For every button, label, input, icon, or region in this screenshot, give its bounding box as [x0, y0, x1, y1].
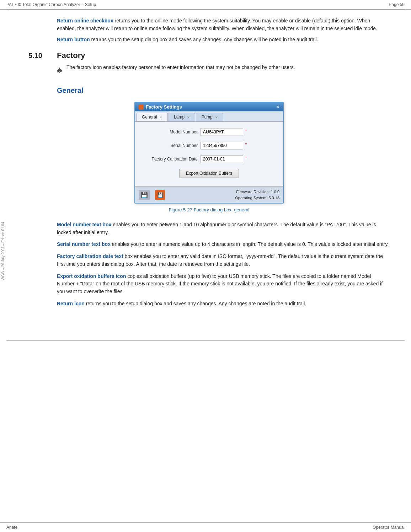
tab-lamp-label: Lamp: [174, 115, 185, 120]
return-icon-text: returns you to the setup dialog box and …: [86, 301, 306, 306]
factory-person-icon: ♠: [57, 64, 62, 76]
serial-number-asterisk: *: [245, 142, 247, 147]
footer-left: Anatel: [6, 525, 18, 530]
section-510-title: Factory: [57, 51, 85, 60]
calibration-date-wrapper: *: [201, 155, 243, 163]
vertical-side-text: WGW – 26 July 2007 – Edition 01.04: [1, 222, 5, 280]
calibration-date-row: Factory Calibration Date *: [141, 155, 277, 163]
body-paragraph-calibration-date: Factory calibration date text box enable…: [57, 253, 390, 268]
model-number-input[interactable]: [201, 128, 243, 136]
dialog-body: Model Number * Serial Number * F: [135, 122, 283, 186]
body-paragraph-return-icon: Return icon returns you to the setup dia…: [57, 300, 390, 308]
header-left: PAT700 Total Organic Carbon Analyzer – S…: [6, 2, 96, 7]
factory-description-row: ♠ The factory icon enables factory perso…: [57, 64, 390, 76]
return-button-label: Return button: [57, 37, 90, 42]
section-510-heading: 5.10 Factory: [28, 51, 390, 60]
model-number-row: Model Number *: [141, 128, 277, 136]
dialog-title: Factory Settings: [146, 104, 182, 110]
intro-paragraph-2: Return button returns you to the setup d…: [57, 36, 390, 44]
export-buffers-label: Export oxidation buffers icon: [57, 273, 126, 279]
body-paragraph-model-number: Model number text box enables you to ent…: [57, 221, 390, 236]
serial-number-input[interactable]: [201, 142, 243, 149]
dialog-close-x[interactable]: ✕: [276, 105, 279, 110]
tab-lamp-close: ✕: [187, 116, 190, 119]
dialog-footer: 💾 💾 Firmware Revision: 1.0.0 Operating S…: [135, 186, 283, 203]
serial-number-label: Serial Number: [141, 143, 198, 148]
tab-pump[interactable]: Pump ✕: [196, 113, 223, 121]
calibration-date-label: Factory Calibration Date: [141, 157, 198, 162]
body-paragraph-serial-number: Serial number text box enables you to en…: [57, 241, 390, 248]
export-icon[interactable]: 💾: [155, 190, 165, 200]
subsection-general-title: General: [57, 86, 390, 95]
export-button-row: Export Oxidation Buffers: [141, 169, 277, 178]
return-icon[interactable]: 💾: [139, 190, 150, 200]
intro-paragraph-1: Return online checkbox returns you to th…: [57, 17, 390, 32]
factory-description-text: The factory icon enables factory personn…: [66, 64, 295, 72]
footer-firmware-info: Firmware Revision: 1.0.0 Operating Syste…: [235, 189, 279, 201]
model-number-asterisk: *: [245, 129, 247, 133]
tab-pump-close: ✕: [215, 116, 218, 119]
dialog-titlebar-icon: [139, 105, 144, 110]
tab-pump-label: Pump: [201, 115, 212, 120]
tab-general-close: ✕: [160, 116, 162, 119]
page-footer: Anatel Operator Manual: [0, 522, 411, 532]
model-number-wrapper: *: [201, 128, 243, 136]
calibration-date-asterisk: *: [245, 156, 247, 160]
figure-caption: Figure 5-27 Factory dialog box, general: [28, 207, 390, 212]
tab-general[interactable]: General ✕: [137, 113, 168, 121]
return-online-checkbox-label: Return online checkbox: [57, 18, 113, 23]
tab-general-label: General: [142, 115, 157, 120]
serial-number-wrapper: *: [201, 142, 243, 149]
header-right: Page 59: [389, 2, 405, 7]
return-button-text: returns you to the setup dialog box and …: [90, 37, 318, 42]
body-paragraph-export-buffers: Export oxidation buffers icon copies all…: [57, 273, 390, 296]
factory-settings-dialog: Factory Settings ✕ General ✕ Lamp ✕ Pump…: [134, 102, 284, 204]
section-510-number: 5.10: [28, 52, 57, 60]
model-number-text-box-label: Model number text box: [57, 222, 111, 227]
calibration-date-input[interactable]: [201, 155, 243, 163]
export-oxidation-buffers-button[interactable]: Export Oxidation Buffers: [179, 169, 239, 178]
footer-right: Operator Manual: [373, 525, 405, 530]
serial-number-text-box-text: enables you to enter a numeric value up …: [112, 241, 389, 247]
operating-system: Operating System: 5.0.18: [235, 195, 279, 201]
model-number-label: Model Number: [141, 130, 198, 135]
dialog-titlebar: Factory Settings ✕: [135, 102, 283, 111]
tab-lamp[interactable]: Lamp ✕: [169, 113, 195, 121]
return-icon-label: Return icon: [57, 301, 85, 306]
dialog-screenshot: Factory Settings ✕ General ✕ Lamp ✕ Pump…: [28, 102, 390, 204]
page-header: PAT700 Total Organic Carbon Analyzer – S…: [0, 0, 411, 10]
dialog-tabs: General ✕ Lamp ✕ Pump ✕: [135, 111, 283, 122]
firmware-revision: Firmware Revision: 1.0.0: [235, 189, 279, 195]
calibration-date-text-label: Factory calibration date text: [57, 253, 123, 259]
serial-number-row: Serial Number *: [141, 142, 277, 149]
serial-number-text-box-label: Serial number text box: [57, 241, 111, 247]
